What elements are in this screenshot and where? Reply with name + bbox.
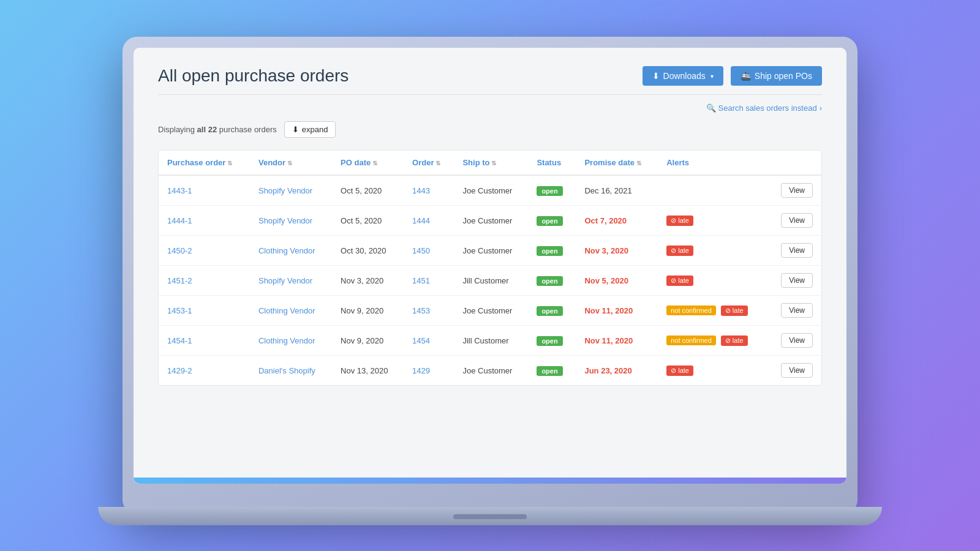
promise-date-cell: Nov 11, 2020 — [576, 326, 658, 356]
col-promise-date[interactable]: Promise date — [576, 151, 658, 175]
alerts-container: not confirmed⊘ late — [666, 305, 758, 316]
view-button[interactable]: View — [781, 213, 813, 228]
po-number-cell: 1454-1 — [159, 326, 250, 356]
ship-pos-label: Ship open POs — [755, 71, 812, 81]
alerts-container: ⊘ late — [666, 246, 758, 256]
vendor-cell: Shopify Vendor — [250, 206, 332, 236]
po-number-cell: 1444-1 — [159, 206, 250, 236]
vendor-link[interactable]: Shopify Vendor — [258, 276, 312, 285]
vendor-cell: Clothing Vendor — [250, 236, 332, 266]
view-button[interactable]: View — [781, 333, 813, 348]
ship-to-cell: Joe Customer — [454, 206, 528, 236]
po-link[interactable]: 1454-1 — [167, 336, 192, 345]
promise-date-cell: Nov 3, 2020 — [576, 236, 658, 266]
search-sales-orders-link[interactable]: 🔍 Search sales orders instead › — [706, 103, 823, 113]
search-icon: 🔍 — [706, 103, 716, 113]
col-ship-to[interactable]: Ship to — [454, 151, 528, 175]
status-cell: open — [528, 326, 576, 356]
order-link[interactable]: 1443 — [412, 186, 430, 195]
col-alerts: Alerts — [658, 151, 767, 175]
order-link[interactable]: 1444 — [412, 216, 430, 225]
po-link[interactable]: 1429-2 — [167, 366, 192, 375]
order-link[interactable]: 1450 — [412, 246, 430, 255]
display-suffix: purchase orders — [219, 125, 277, 134]
action-cell: View — [767, 206, 821, 236]
view-button[interactable]: View — [781, 273, 813, 288]
alerts-cell: not confirmed⊘ late — [658, 296, 767, 326]
table-row: 1453-1 Clothing Vendor Nov 9, 2020 1453 … — [159, 296, 821, 326]
alerts-cell: ⊘ late — [658, 356, 767, 386]
order-link[interactable]: 1454 — [412, 336, 430, 345]
ship-to-cell: Jill Customer — [454, 266, 528, 296]
col-purchase-order[interactable]: Purchase order — [159, 151, 250, 175]
view-button[interactable]: View — [781, 303, 813, 318]
promise-date-cell: Nov 5, 2020 — [576, 266, 658, 296]
action-cell: View — [767, 296, 821, 326]
col-order[interactable]: Order — [404, 151, 454, 175]
search-link-row: 🔍 Search sales orders instead › — [158, 103, 822, 113]
downloads-button[interactable]: ⬇ Downloads ▾ — [643, 66, 723, 86]
po-link[interactable]: 1444-1 — [167, 216, 192, 225]
promise-date-value: Nov 11, 2020 — [584, 336, 633, 345]
alerts-cell: ⊘ late — [658, 206, 767, 236]
header-buttons: ⬇ Downloads ▾ 🚢 Ship open POs — [643, 66, 822, 86]
late-badge: ⊘ late — [666, 246, 693, 256]
vendor-cell: Clothing Vendor — [250, 326, 332, 356]
search-link-label: Search sales orders instead — [718, 103, 817, 113]
late-badge: ⊘ late — [721, 305, 748, 316]
expand-button[interactable]: ⬇ expand — [284, 121, 336, 138]
action-cell: View — [767, 175, 821, 206]
po-link[interactable]: 1450-2 — [167, 246, 192, 255]
col-status: Status — [528, 151, 576, 175]
col-po-date[interactable]: PO date — [332, 151, 404, 175]
status-badge: open — [537, 306, 562, 316]
view-button[interactable]: View — [781, 243, 813, 258]
vendor-link[interactable]: Clothing Vendor — [258, 306, 315, 315]
page-title: All open purchase orders — [158, 66, 349, 86]
table-header-row: Purchase order Vendor PO date Order Ship… — [159, 151, 821, 175]
late-badge: ⊘ late — [666, 365, 693, 376]
col-vendor[interactable]: Vendor — [250, 151, 332, 175]
vendor-cell: Clothing Vendor — [250, 296, 332, 326]
status-badge: open — [537, 186, 562, 196]
ship-icon: 🚢 — [741, 71, 751, 81]
po-date-cell: Oct 5, 2020 — [332, 175, 404, 206]
late-badge: ⊘ late — [666, 216, 693, 226]
vendor-link[interactable]: Shopify Vendor — [258, 216, 312, 225]
laptop-notch — [453, 514, 527, 519]
status-badge: open — [537, 216, 562, 226]
po-number-cell: 1443-1 — [159, 175, 250, 206]
status-badge: open — [537, 366, 562, 376]
display-text: Displaying all 22 purchase orders — [158, 125, 277, 134]
po-link[interactable]: 1453-1 — [167, 306, 192, 315]
alerts-cell — [658, 175, 767, 206]
order-cell: 1443 — [404, 175, 454, 206]
laptop-base — [98, 507, 882, 525]
vendor-link[interactable]: Clothing Vendor — [258, 336, 315, 345]
vendor-link[interactable]: Daniel's Shopify — [258, 366, 315, 375]
ship-open-pos-button[interactable]: 🚢 Ship open POs — [731, 66, 822, 86]
order-link[interactable]: 1453 — [412, 306, 430, 315]
vendor-cell: Shopify Vendor — [250, 266, 332, 296]
po-link[interactable]: 1451-2 — [167, 276, 192, 285]
purchase-orders-table-container: Purchase order Vendor PO date Order Ship… — [158, 150, 822, 386]
order-link[interactable]: 1429 — [412, 366, 430, 375]
po-link[interactable]: 1443-1 — [167, 186, 192, 195]
app-container: All open purchase orders ⬇ Downloads ▾ 🚢… — [134, 48, 846, 484]
status-badge: open — [537, 276, 562, 286]
po-date-cell: Nov 9, 2020 — [332, 296, 404, 326]
vendor-link[interactable]: Shopify Vendor — [258, 186, 312, 195]
view-button[interactable]: View — [781, 363, 813, 378]
laptop-screen: All open purchase orders ⬇ Downloads ▾ 🚢… — [134, 48, 846, 484]
status-cell: open — [528, 356, 576, 386]
po-number-cell: 1451-2 — [159, 266, 250, 296]
alerts-container: not confirmed⊘ late — [666, 335, 758, 346]
promise-date-value: Dec 16, 2021 — [584, 186, 631, 195]
order-cell: 1444 — [404, 206, 454, 236]
table-row: 1444-1 Shopify Vendor Oct 5, 2020 1444 J… — [159, 206, 821, 236]
status-cell: open — [528, 296, 576, 326]
ship-to-cell: Joe Customer — [454, 296, 528, 326]
order-link[interactable]: 1451 — [412, 276, 430, 285]
vendor-link[interactable]: Clothing Vendor — [258, 246, 315, 255]
view-button[interactable]: View — [781, 183, 813, 198]
